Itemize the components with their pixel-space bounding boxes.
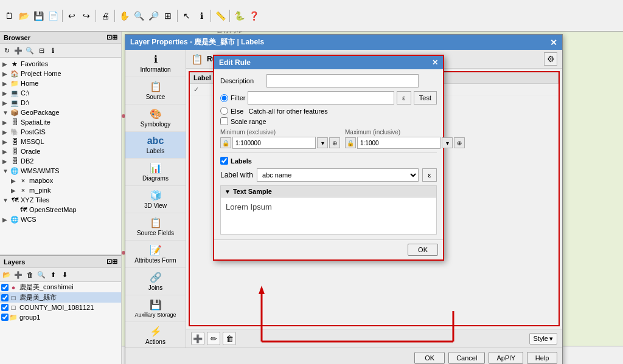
zoom-full-icon[interactable]: ⊞	[161, 9, 175, 22]
python-icon[interactable]: 🐍	[232, 9, 246, 22]
max-scale-down-btn[interactable]: ▾	[442, 137, 453, 148]
nav-item-source[interactable]: 📋 Source	[125, 77, 186, 105]
layer-checkbox-conshimei[interactable]	[1, 284, 9, 291]
props-ok-btn[interactable]: OK	[414, 352, 445, 364]
delete-rule-btn[interactable]: 🗑	[223, 332, 236, 345]
new-project-icon[interactable]: 🗒	[2, 9, 16, 22]
else-label: Else	[231, 108, 243, 115]
scale-range-checkbox[interactable]	[220, 117, 228, 125]
redo-icon[interactable]: ↪	[80, 9, 93, 22]
print-icon[interactable]: 🖨	[99, 9, 112, 22]
layers-filter-btn[interactable]: 🔍	[36, 269, 47, 280]
max-scale-input[interactable]	[357, 137, 440, 149]
max-scale-zoom-btn[interactable]: ⊕	[454, 137, 465, 148]
layer-item-county[interactable]: □ COUNTY_MOI_1081121	[0, 303, 121, 312]
save-icon[interactable]: 💾	[32, 9, 45, 22]
description-input[interactable]	[266, 74, 419, 88]
layers-up-btn[interactable]: ⬆	[47, 269, 58, 280]
description-label: Description	[220, 77, 263, 84]
layers-remove-btn[interactable]: 🗑	[24, 269, 35, 280]
props-cancel-btn[interactable]: Cancel	[448, 352, 485, 364]
browser-item-wcs[interactable]: ▶🌐WCS	[1, 215, 120, 224]
nav-item-labels[interactable]: abc Labels	[125, 132, 186, 159]
auxiliary-icon: 💾	[150, 299, 162, 311]
min-scale-lock-btn[interactable]: 🔒	[220, 137, 231, 148]
nav-item-3dview[interactable]: 🧊 3D View	[125, 186, 186, 213]
layers-open-btn[interactable]: 📂	[1, 269, 12, 280]
layer-checkbox-lushimei[interactable]	[1, 294, 9, 301]
identify-icon[interactable]: ℹ	[195, 9, 208, 22]
else-radio[interactable]	[220, 107, 228, 115]
label-field-select[interactable]: abc name	[257, 168, 419, 182]
help-icon[interactable]: ❓	[247, 9, 260, 22]
nav-item-information[interactable]: ℹ Information	[125, 50, 186, 77]
nav-item-actions[interactable]: ⚡ Actions	[125, 322, 186, 348]
edit-rule-close-btn[interactable]: ✕	[432, 58, 438, 67]
browser-panel-header: Browser ⊡⊞	[0, 32, 121, 44]
browser-item-db2[interactable]: ▶🗄DB2	[1, 156, 120, 166]
rule-config-btn[interactable]: ⚙	[544, 52, 557, 66]
select-icon[interactable]: ↖	[180, 9, 193, 22]
nav-item-source-fields[interactable]: 📋 Source Fields	[125, 213, 186, 241]
browser-properties-btn[interactable]: ℹ	[47, 45, 58, 56]
browser-item-wms[interactable]: ▼🌐WMS/WMTS	[1, 166, 120, 176]
nav-item-auxiliary[interactable]: 💾 Auxiliary Storage	[125, 295, 186, 322]
filter-test-btn[interactable]: Test	[414, 91, 437, 105]
layers-panel: Layers ⊡⊞ 📂 ➕ 🗑 🔍 ⬆ ⬇ ● 鹿是美_conshimei □ …	[0, 255, 122, 364]
layer-props-close-btn[interactable]: ✕	[550, 38, 557, 47]
browser-item-c[interactable]: ▶💻C:\	[1, 88, 120, 98]
browser-item-d[interactable]: ▶💻D:\	[1, 98, 120, 108]
min-scale-input[interactable]	[232, 137, 316, 149]
label-field-expr-btn[interactable]: ε	[422, 168, 437, 182]
layer-props-title: Layer Properties - 鹿是美_縣市 | Labels	[130, 37, 264, 47]
labels-checkbox[interactable]	[220, 157, 228, 165]
browser-item-spatialite[interactable]: ▶🗄SpatiaLite	[1, 117, 120, 127]
style-dropdown-btn[interactable]: Style ▾	[529, 333, 557, 345]
browser-item-favorites[interactable]: ▶★Favorites	[1, 59, 120, 69]
nav-item-symbology[interactable]: 🎨 Symbology	[125, 105, 186, 132]
zoom-in-icon[interactable]: 🔍	[132, 9, 145, 22]
add-rule-btn[interactable]: ➕	[191, 332, 204, 345]
layer-checkbox-county[interactable]	[1, 304, 9, 311]
nav-item-attributes-form[interactable]: 📝 Attributes Form	[125, 241, 186, 268]
layer-item-group1[interactable]: 📁 group1	[0, 312, 121, 322]
browser-add-btn[interactable]: ➕	[13, 45, 24, 56]
edit-rule-ok-btn[interactable]: OK	[408, 244, 438, 256]
text-sample-expand-icon[interactable]: ▼	[224, 188, 231, 195]
save-as-icon[interactable]: 📄	[46, 9, 60, 22]
browser-item-mpink[interactable]: ▶×m_pink	[10, 185, 120, 195]
browser-filter-btn[interactable]: 🔍	[24, 45, 35, 56]
browser-item-oracle[interactable]: ▶🗄Oracle	[1, 146, 120, 156]
zoom-out-icon[interactable]: 🔎	[147, 9, 160, 22]
browser-item-project-home[interactable]: ▶🏠Project Home	[1, 69, 120, 78]
open-project-icon[interactable]: 📂	[17, 9, 30, 22]
browser-item-postgis[interactable]: ▶🐘PostGIS	[1, 127, 120, 137]
filter-input[interactable]	[248, 91, 394, 105]
edit-rule-btn[interactable]: ✏	[207, 332, 220, 345]
min-scale-zoom-btn[interactable]: ⊕	[329, 137, 340, 148]
browser-item-xyz[interactable]: ▼🗺XYZ Tiles	[1, 195, 120, 205]
min-scale-down-btn[interactable]: ▾	[317, 137, 328, 148]
props-help-btn[interactable]: Help	[527, 352, 557, 364]
undo-icon[interactable]: ↩	[65, 9, 78, 22]
layer-item-lushimei[interactable]: □ 鹿是美_縣市	[0, 292, 121, 303]
browser-item-geopackage[interactable]: ▼📦GeoPackage	[1, 108, 120, 117]
layers-down-btn[interactable]: ⬇	[59, 269, 70, 280]
browser-item-mssql[interactable]: ▶🗄MSSQL	[1, 137, 120, 146]
browser-refresh-btn[interactable]: ↻	[1, 45, 12, 56]
max-scale-lock-btn[interactable]: 🔒	[345, 137, 356, 148]
pan-icon[interactable]: ✋	[117, 9, 131, 22]
props-apply-btn[interactable]: ApPlY	[489, 352, 523, 364]
nav-item-diagrams[interactable]: 📊 Diagrams	[125, 159, 186, 186]
browser-item-home[interactable]: ▶📁Home	[1, 78, 120, 88]
browser-item-mapbox[interactable]: ▶×mapbox	[10, 176, 120, 185]
layer-item-conshimei[interactable]: ● 鹿是美_conshimei	[0, 282, 121, 292]
layers-add-btn[interactable]: ➕	[13, 269, 24, 280]
measure-icon[interactable]: 📏	[214, 9, 227, 22]
browser-item-osm[interactable]: 🗺OpenStreetMap	[10, 205, 120, 215]
filter-expr-btn[interactable]: ε	[397, 91, 411, 105]
filter-radio[interactable]	[220, 94, 228, 102]
nav-item-joins[interactable]: 🔗 Joins	[125, 268, 186, 295]
layer-checkbox-group1[interactable]	[1, 314, 9, 321]
browser-collapse-btn[interactable]: ⊟	[36, 45, 47, 56]
